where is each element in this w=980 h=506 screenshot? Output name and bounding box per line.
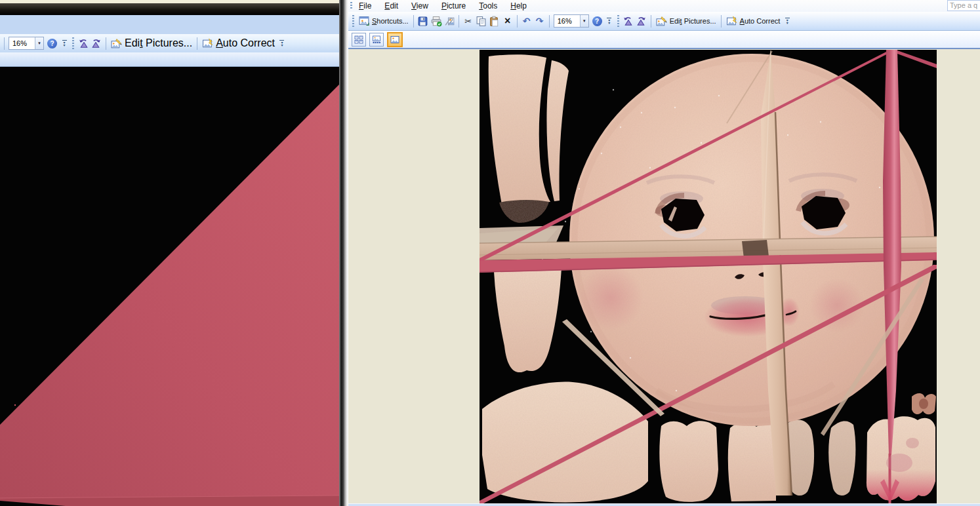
chevron-arrow-icon: ▾ xyxy=(608,22,610,24)
auto-correct-label: Auto Correct xyxy=(740,17,781,25)
toolbar-separator xyxy=(651,15,651,28)
toolbar-separator xyxy=(517,15,518,28)
auto-correct-button[interactable]: Auto Correct xyxy=(724,15,783,28)
zoom-dropdown-arrow-icon[interactable]: ▾ xyxy=(580,15,588,27)
left-window-toolbar: 16% ▾ ? ▾ ▾ xyxy=(0,34,339,52)
rotate-right-button[interactable] xyxy=(90,37,103,50)
auto-correct-icon xyxy=(726,16,738,27)
zoom-dropdown[interactable]: 16% ▾ xyxy=(9,37,44,50)
edit-pictures-button[interactable]: Edit Pictures... xyxy=(654,15,718,28)
rotate-left-icon xyxy=(622,16,634,26)
save-button[interactable] xyxy=(417,15,430,28)
filmstrip-view-button[interactable] xyxy=(369,33,384,47)
picture-manager-window: File Edit View Picture Tools Help Type a… xyxy=(348,0,980,506)
shortcuts-button[interactable]: Shortcuts... xyxy=(357,15,411,27)
red-black-texture-image xyxy=(0,67,339,506)
picture-view-area xyxy=(348,49,980,503)
doll-face-texture-image xyxy=(480,50,937,503)
edit-pictures-label: Edit Pictures... xyxy=(125,37,192,49)
email-button[interactable] xyxy=(443,15,456,28)
single-picture-view-icon xyxy=(390,35,399,44)
red-black-texture-svg xyxy=(0,67,339,506)
left-window-chrome xyxy=(0,15,339,34)
rotate-right-icon xyxy=(91,38,103,49)
window-edge-divider[interactable] xyxy=(339,0,348,506)
edit-pictures-icon xyxy=(111,38,123,49)
toolbar-separator xyxy=(549,15,550,28)
copy-button[interactable] xyxy=(475,15,488,28)
desktop: 16% ▾ ? ▾ ▾ xyxy=(0,0,980,506)
toolbar-separator xyxy=(4,37,5,50)
zoom-value: 16% xyxy=(554,15,580,27)
rotate-right-button[interactable] xyxy=(635,15,648,28)
toolbar-options-chevron[interactable]: ▾ ▾ xyxy=(605,18,613,24)
chevron-arrow-icon: ▾ xyxy=(281,44,283,47)
scissors-icon: ✂ xyxy=(464,17,472,26)
menu-bar: File Edit View Picture Tools Help Type a… xyxy=(348,0,980,12)
redo-button[interactable]: ↷ xyxy=(533,15,546,28)
rotate-left-button[interactable] xyxy=(77,37,90,50)
edit-pictures-label: Edit Pictures... xyxy=(670,17,716,25)
toolbar-options-chevron[interactable]: ▾ ▾ xyxy=(278,40,286,47)
left-picture-manager-window: 16% ▾ ? ▾ ▾ xyxy=(0,0,339,506)
shortcuts-icon xyxy=(359,16,370,26)
left-window-substrip xyxy=(0,52,339,67)
window-bottom-strip xyxy=(348,503,980,506)
thumbnail-view-button[interactable] xyxy=(352,33,366,47)
rotate-left-icon xyxy=(77,38,90,49)
copy-icon xyxy=(476,16,487,27)
undo-button[interactable]: ↶ xyxy=(520,15,533,28)
auto-correct-icon xyxy=(202,38,214,49)
single-picture-view-button[interactable] xyxy=(387,32,403,47)
menu-picture[interactable]: Picture xyxy=(438,1,470,11)
save-icon xyxy=(417,16,428,27)
delete-x-icon: × xyxy=(504,16,510,26)
rotate-left-button[interactable] xyxy=(622,15,635,28)
paperclip-photo-icon xyxy=(443,16,455,27)
standard-toolbar: Shortcuts... xyxy=(348,12,980,31)
edit-pictures-icon xyxy=(656,16,668,27)
toolbar-grip[interactable] xyxy=(617,15,619,27)
menu-help[interactable]: Help xyxy=(506,1,531,11)
toolbar-options-chevron[interactable]: ▾ ▾ xyxy=(783,18,791,24)
menu-view[interactable]: View xyxy=(407,1,432,11)
delete-button[interactable]: × xyxy=(501,15,514,28)
cut-button[interactable]: ✂ xyxy=(462,15,475,28)
toolbar-separator xyxy=(721,15,722,28)
toolbar-grip[interactable] xyxy=(72,37,74,49)
menu-file[interactable]: File xyxy=(355,1,375,11)
auto-correct-button[interactable]: Auto Correct xyxy=(200,37,277,50)
menubar-grip[interactable] xyxy=(350,2,352,10)
paste-icon xyxy=(489,16,500,27)
redo-icon: ↷ xyxy=(536,16,544,26)
shortcuts-label: Shortcuts... xyxy=(372,17,409,25)
toolbar-grip[interactable] xyxy=(352,15,354,27)
skin-uv-pieces xyxy=(480,54,936,502)
menu-tools[interactable]: Tools xyxy=(475,1,501,11)
filmstrip-view-icon xyxy=(372,35,381,44)
help-icon[interactable]: ? xyxy=(47,39,57,49)
edit-pictures-button[interactable]: Edit Pictures... xyxy=(109,37,194,50)
chevron-arrow-icon: ▾ xyxy=(63,44,65,47)
paste-button[interactable] xyxy=(488,15,501,28)
toolbar-separator xyxy=(197,37,197,50)
menu-edit[interactable]: Edit xyxy=(380,1,402,11)
chevron-arrow-icon: ▾ xyxy=(786,22,788,24)
thumbnail-view-icon xyxy=(354,35,363,44)
undo-icon: ↶ xyxy=(523,16,531,26)
toolbar-separator xyxy=(413,15,414,28)
zoom-dropdown[interactable]: 16% ▾ xyxy=(554,14,589,28)
help-search-input[interactable]: Type a q xyxy=(947,0,980,11)
left-cheek-blush xyxy=(578,265,643,330)
toolbar-options-chevron[interactable]: ▾ ▾ xyxy=(60,40,68,47)
zoom-value: 16% xyxy=(9,37,35,49)
help-icon[interactable]: ? xyxy=(592,16,602,26)
uv-crescent-2 xyxy=(828,421,855,496)
zoom-dropdown-arrow-icon[interactable]: ▾ xyxy=(35,37,43,49)
rotate-right-icon xyxy=(635,16,647,26)
bow-center xyxy=(919,399,928,409)
print-icon xyxy=(430,16,442,27)
left-window-dark-band xyxy=(0,3,339,15)
print-button[interactable] xyxy=(430,15,443,28)
uv-patch-bottom-1 xyxy=(659,421,718,502)
